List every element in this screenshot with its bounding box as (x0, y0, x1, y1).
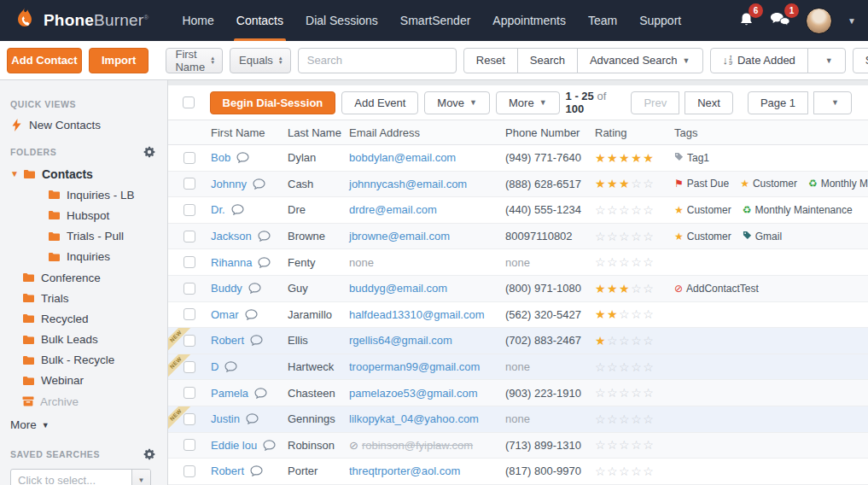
row-checkbox[interactable] (184, 283, 195, 295)
chat-bubble-icon[interactable] (258, 231, 271, 242)
chat-bubble-icon[interactable] (253, 178, 265, 190)
contact-email-link[interactable]: pamelazoe53@gmail.com (349, 387, 478, 400)
contact-email-link[interactable]: jbrowne@email.com (349, 230, 450, 242)
contact-email-link[interactable]: johnnycash@email.com (349, 178, 467, 190)
move-button[interactable]: Move▼ (424, 91, 490, 114)
row-checkbox[interactable] (184, 387, 195, 399)
chat-bubble-icon[interactable] (263, 440, 276, 451)
chat-bubble-icon[interactable] (246, 413, 259, 424)
contact-email-link[interactable]: threqtrporter@aol.com (349, 465, 460, 477)
contact-email-link[interactable]: lilkopykat_04@yahoo.com (349, 412, 479, 425)
contact-first-name-link[interactable]: Buddy (211, 282, 242, 295)
saved-searches-settings-gear-icon[interactable] (143, 448, 155, 460)
page-select-button[interactable]: Page 1 (748, 91, 808, 114)
sidebar-item-new-contacts[interactable]: New Contacts (0, 114, 167, 139)
add-event-button[interactable]: Add Event (341, 91, 418, 114)
sort-by-button[interactable]: ↓19 Date Added (710, 48, 808, 73)
contact-email-link[interactable]: halfdead13310@gmail.com (349, 308, 484, 321)
row-checkbox[interactable] (184, 152, 195, 164)
contact-email-link[interactable]: drdre@email.com (349, 203, 437, 216)
chat-bubble-icon[interactable] (245, 309, 258, 320)
row-checkbox[interactable] (184, 231, 195, 242)
folder-item-hubspot[interactable]: Hubspot (0, 205, 167, 225)
folder-item-inquiries[interactable]: Inquiries (0, 247, 167, 267)
contact-email-link[interactable]: trooperman99@gmail.com (349, 360, 480, 373)
chat-bubble-icon[interactable] (250, 335, 263, 346)
row-checkbox[interactable] (184, 439, 195, 451)
nav-item-team[interactable]: Team (577, 0, 628, 41)
contact-first-name-link[interactable]: Rihanna (211, 256, 252, 269)
row-checkbox[interactable] (184, 361, 195, 373)
notifications-button[interactable]: 6 (738, 11, 754, 31)
folder-item-trials-pull[interactable]: Trials - Pull (0, 226, 167, 247)
tag-label: Gmail (755, 231, 782, 242)
nav-item-contacts[interactable]: Contacts (225, 0, 294, 41)
row-checkbox[interactable] (184, 178, 195, 190)
folder-item-bulk-leads[interactable]: Bulk Leads (0, 330, 167, 350)
saved-searches-select[interactable]: Click to select... ▼ (10, 469, 151, 485)
folder-item-conference[interactable]: Conference (0, 267, 167, 288)
search-input[interactable] (298, 48, 457, 73)
begin-dial-session-button[interactable]: Begin Dial-Session (210, 91, 336, 114)
contact-first-name-link[interactable]: Bob (211, 151, 230, 164)
messages-button[interactable]: 1 (770, 11, 790, 30)
advanced-search-button[interactable]: Advanced Search▼ (577, 48, 703, 73)
contact-first-name-link[interactable]: Dr. (211, 203, 225, 216)
nav-item-dial-sessions[interactable]: Dial Sessions (294, 0, 389, 41)
contact-email-link[interactable]: rgellis64@gmail.com (349, 334, 452, 347)
search-button[interactable]: Search (517, 48, 578, 73)
import-button[interactable]: Import (89, 48, 149, 73)
select-all-checkbox[interactable] (183, 96, 195, 108)
sort-direction-caret-button[interactable]: ▼ (807, 48, 846, 73)
contact-first-name-link[interactable]: Robert (211, 465, 244, 477)
more-actions-button[interactable]: More▼ (496, 91, 560, 114)
chat-bubble-icon[interactable] (231, 204, 244, 215)
nav-item-support[interactable]: Support (628, 0, 692, 41)
folder-item-trials[interactable]: Trials (0, 288, 167, 308)
show-per-page-button[interactable]: Show 25▼ (853, 48, 868, 73)
nav-item-smartsender[interactable]: SmartSender (389, 0, 481, 41)
row-checkbox[interactable] (184, 308, 195, 320)
row-checkbox[interactable] (184, 256, 195, 268)
folder-item-recycled[interactable]: Recycled (0, 308, 167, 329)
user-avatar[interactable] (806, 8, 832, 34)
row-checkbox[interactable] (184, 465, 195, 477)
reset-button[interactable]: Reset (463, 48, 518, 73)
nav-item-appointments[interactable]: Appointments (481, 0, 577, 41)
page-select-caret-button[interactable]: ▼ (813, 91, 852, 114)
chat-bubble-icon[interactable] (248, 283, 261, 294)
contact-first-name-link[interactable]: Robert (211, 334, 244, 347)
folder-item-archive[interactable]: Archive (0, 391, 167, 412)
folder-item-inquiries-lb[interactable]: Inquiries - LB (0, 184, 167, 205)
chat-bubble-icon[interactable] (250, 465, 263, 476)
chat-bubble-icon[interactable] (224, 361, 237, 372)
contact-first-name-link[interactable]: Justin (211, 412, 240, 425)
row-checkbox[interactable] (184, 413, 195, 425)
contact-first-name-link[interactable]: Pamela (211, 387, 248, 400)
folder-item-bulk-recycle[interactable]: Bulk - Recycle (0, 350, 167, 371)
chat-bubble-icon[interactable] (258, 257, 271, 268)
folders-settings-gear-icon[interactable] (143, 146, 155, 158)
search-field-select[interactable]: First Name ▲▼ (166, 48, 223, 73)
folder-item-contacts[interactable]: ▼Contacts (0, 163, 167, 184)
folders-more-button[interactable]: More ▼ (0, 413, 167, 435)
add-contact-button[interactable]: Add Contact (7, 48, 82, 73)
chat-bubble-icon[interactable] (254, 388, 267, 399)
contact-first-name-link[interactable]: D (211, 360, 218, 373)
phoneburner-logo[interactable]: PhoneBurner® (12, 7, 149, 34)
row-checkbox[interactable] (184, 204, 195, 216)
contact-email-link[interactable]: buddyg@email.com (349, 282, 447, 295)
contact-first-name-link[interactable]: Omar (211, 308, 239, 321)
contact-first-name-link[interactable]: Eddie lou (211, 439, 257, 452)
next-page-button[interactable]: Next (684, 91, 733, 114)
search-operator-select[interactable]: Equals ▲▼ (230, 48, 291, 73)
account-menu-caret-icon[interactable]: ▼ (848, 16, 856, 26)
nav-item-home[interactable]: Home (171, 0, 224, 41)
contact-first-name-link[interactable]: Johnny (211, 178, 247, 190)
chat-bubble-icon[interactable] (236, 152, 249, 163)
prev-page-button[interactable]: Prev (631, 91, 679, 114)
folder-item-webinar[interactable]: Webinar (0, 371, 167, 391)
contact-first-name-link[interactable]: Jackson (211, 230, 252, 242)
row-checkbox[interactable] (184, 335, 195, 347)
contact-email-link[interactable]: bobdylan@email.com (349, 151, 456, 164)
